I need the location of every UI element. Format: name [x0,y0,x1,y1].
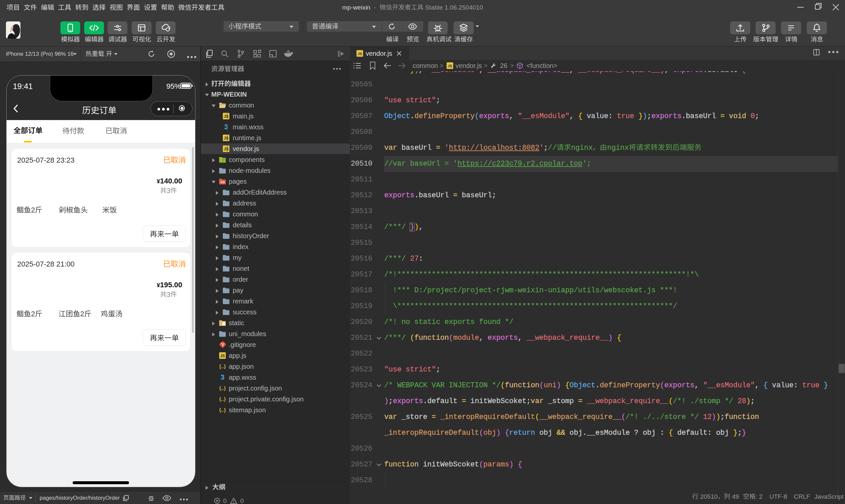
svg-text:3: 3 [221,374,225,381]
svg-text:JS: JS [224,114,229,119]
svg-text:{..}: {..} [219,396,226,402]
svg-text:<>: <> [221,180,225,184]
svg-text:JS: JS [224,136,229,141]
svg-text:JS: JS [447,64,452,68]
svg-text:3: 3 [224,124,228,130]
svg-text:JS: JS [220,354,225,358]
svg-text:JS: JS [224,147,229,151]
svg-text:{..}: {..} [219,385,226,391]
svg-text:{..}: {..} [219,363,226,369]
svg-text:{..}: {..} [219,407,226,413]
